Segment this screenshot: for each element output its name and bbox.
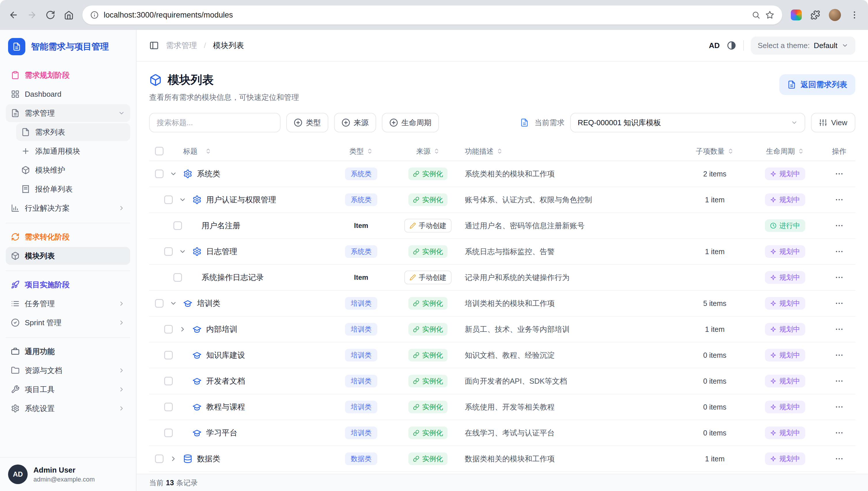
row-checkbox[interactable] <box>173 273 182 282</box>
row-actions-button[interactable] <box>835 402 844 411</box>
table-row[interactable]: 系统操作日志记录Item手动创建记录用户和系统的关键操作行为规划中 <box>149 265 855 291</box>
row-actions-button[interactable] <box>835 195 844 204</box>
table-row[interactable]: 日志管理系统类实例化系统日志与指标监控、告警1 item规划中 <box>149 239 855 265</box>
caret-collapsed-icon[interactable] <box>168 455 178 463</box>
table-row[interactable]: 系统类系统类实例化系统类相关的模块和工作项2 items规划中 <box>149 161 855 187</box>
bookmark-star-icon[interactable] <box>765 11 774 19</box>
caret-expanded-icon[interactable] <box>168 170 178 178</box>
row-checkbox[interactable] <box>164 351 173 359</box>
filter-button-2[interactable]: 生命周期 <box>382 113 439 133</box>
topbar-user-initials[interactable]: AD <box>709 41 720 50</box>
table-row[interactable]: 教程与课程培训类实例化系统使用、开发等相关教程0 items规划中 <box>149 394 855 420</box>
sidebar-item-add-common-module[interactable]: 添加通用模块 <box>16 142 130 160</box>
sidebar-item-dashboard[interactable]: Dashboard <box>6 85 130 103</box>
back-to-requirements-button[interactable]: 返回需求列表 <box>779 74 855 95</box>
breadcrumb-parent[interactable]: 需求管理 <box>166 40 197 51</box>
sidebar-item-module-maintenance[interactable]: 模块维护 <box>16 161 130 179</box>
sort-icon[interactable] <box>798 148 804 154</box>
filter-button-0[interactable]: 类型 <box>286 113 328 133</box>
forward-icon[interactable] <box>27 10 37 20</box>
caret-expanded-icon[interactable] <box>168 299 178 307</box>
home-icon[interactable] <box>64 10 74 20</box>
row-actions-button[interactable] <box>835 273 844 282</box>
row-actions-button[interactable] <box>835 454 844 463</box>
extensions-puzzle-icon[interactable] <box>810 10 820 20</box>
sidebar-item-quotation-list[interactable]: 报价单列表 <box>16 180 130 198</box>
theme-contrast-icon[interactable] <box>727 40 736 50</box>
title-cell: 知识库建设 <box>149 350 331 360</box>
extension-icon[interactable] <box>791 9 802 21</box>
sidebar-item-task-management[interactable]: 任务管理 <box>6 295 130 313</box>
row-checkbox[interactable] <box>155 299 164 308</box>
sidebar-item-project-implementation-stage[interactable]: 项目实施阶段 <box>6 276 130 294</box>
current-requirement-select[interactable]: REQ-000001 知识库模板 <box>570 113 805 133</box>
row-actions-button[interactable] <box>835 325 844 334</box>
column-header-lifecycle[interactable]: 生命周期 <box>766 146 795 156</box>
reload-icon[interactable] <box>46 10 55 20</box>
row-checkbox[interactable] <box>173 221 182 230</box>
browser-profile-avatar[interactable] <box>829 9 841 21</box>
sidebar-item-requirement-planning-stage[interactable]: 需求规划阶段 <box>6 66 130 84</box>
row-checkbox[interactable] <box>164 377 173 385</box>
row-checkbox[interactable] <box>155 455 164 463</box>
column-header-source[interactable]: 来源 <box>416 146 430 156</box>
sidebar-item-requirement-transform-stage[interactable]: 需求转化阶段 <box>6 228 130 246</box>
caret-collapsed-icon[interactable] <box>177 325 188 333</box>
row-actions-button[interactable] <box>835 169 844 178</box>
caret-expanded-icon[interactable] <box>177 248 188 255</box>
sidebar-item-sprint-management[interactable]: Sprint 管理 <box>6 314 130 331</box>
row-actions-button[interactable] <box>835 351 844 360</box>
column-header-type[interactable]: 类型 <box>349 146 364 156</box>
browser-menu-icon[interactable] <box>849 10 859 20</box>
site-info-icon[interactable] <box>90 11 99 19</box>
sort-icon[interactable] <box>433 148 440 154</box>
view-button[interactable]: View <box>811 113 855 133</box>
row-checkbox[interactable] <box>155 170 164 178</box>
select-all-checkbox[interactable] <box>155 147 164 155</box>
filter-button-1[interactable]: 来源 <box>334 113 376 133</box>
row-checkbox[interactable] <box>164 403 173 411</box>
column-header-description[interactable]: 功能描述 <box>465 146 494 156</box>
row-checkbox[interactable] <box>164 325 173 334</box>
sidebar-item-industry-solutions[interactable]: 行业解决方案 <box>6 199 130 217</box>
back-icon[interactable] <box>9 10 19 20</box>
sidebar-item-project-tools[interactable]: 项目工具 <box>6 380 130 398</box>
address-bar[interactable]: localhost:3000/requirements/modules <box>82 5 782 25</box>
sidebar-item-requirement-list[interactable]: 需求列表 <box>16 123 130 141</box>
sort-icon[interactable] <box>205 148 212 154</box>
row-checkbox[interactable] <box>164 247 173 256</box>
sidebar-item-common-functions[interactable]: 通用功能 <box>6 343 130 360</box>
column-header-count[interactable]: 子项数量 <box>696 146 725 156</box>
caret-expanded-icon[interactable] <box>177 196 188 203</box>
sidebar-item-system-settings[interactable]: 系统设置 <box>6 400 130 417</box>
table-row[interactable]: 培训类培训类实例化培训类相关的模块和工作项5 items规划中 <box>149 291 855 317</box>
row-actions-button[interactable] <box>835 299 844 308</box>
sidebar-user[interactable]: AD Admin User admin@example.com <box>0 457 136 491</box>
sort-icon[interactable] <box>497 148 503 154</box>
row-checkbox[interactable] <box>164 195 173 204</box>
row-checkbox[interactable] <box>164 429 173 437</box>
table-row[interactable]: 学习平台培训类实例化在线学习、考试与认证平台0 items规划中 <box>149 420 855 446</box>
sidebar-item-resources-docs[interactable]: 资源与文档 <box>6 362 130 379</box>
table-row[interactable]: 开发者文档培训类实例化面向开发者的API、SDK等文档0 items规划中 <box>149 368 855 394</box>
row-actions-button[interactable] <box>835 428 844 437</box>
search-input[interactable] <box>149 113 280 133</box>
zoom-icon[interactable] <box>752 11 760 19</box>
sort-icon[interactable] <box>727 148 734 154</box>
table-row[interactable]: 用户名注册Item手动创建通过用户名、密码等信息注册新账号进行中 <box>149 213 855 239</box>
row-actions-button[interactable] <box>835 247 844 256</box>
table-row[interactable]: 数据类数据类实例化数据类相关的模块和工作项1 item规划中 <box>149 446 855 472</box>
column-header-title[interactable]: 标题 <box>183 146 198 156</box>
actions-cell <box>823 299 855 308</box>
row-actions-button[interactable] <box>835 376 844 386</box>
sidebar-item-module-list[interactable]: 模块列表 <box>6 247 130 265</box>
table-row[interactable]: 知识库建设培训类实例化知识文档、教程、经验沉淀0 items规划中 <box>149 343 855 368</box>
sidebar-collapse-icon[interactable] <box>149 40 159 50</box>
sidebar-item-requirement-management[interactable]: 需求管理 <box>6 104 130 122</box>
table-row[interactable]: 用户认证与权限管理系统类实例化账号体系、认证方式、权限与角色控制1 item规划… <box>149 187 855 213</box>
row-actions-button[interactable] <box>835 221 844 230</box>
cap-icon <box>192 325 202 334</box>
table-row[interactable]: 内部培训培训类实例化新员工、技术、业务等内部培训1 item规划中 <box>149 317 855 343</box>
sort-icon[interactable] <box>367 148 373 154</box>
theme-selector[interactable]: Select a theme: Default <box>751 36 855 55</box>
